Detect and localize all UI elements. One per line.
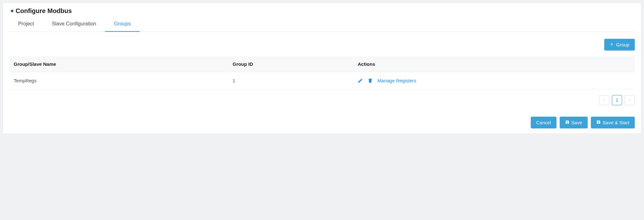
content: Group Group/Slave Name Group ID Actions …: [3, 32, 641, 128]
trash-icon[interactable]: [368, 78, 373, 83]
title-row: Configure Modbus: [9, 7, 635, 15]
save-button[interactable]: Save: [560, 117, 588, 128]
footer-actions: Cancel Save Save & Start: [9, 117, 635, 128]
asterisk-icon: [9, 8, 15, 14]
cancel-label: Cancel: [536, 119, 551, 126]
edit-icon[interactable]: [358, 78, 363, 83]
tab-slave-configuration[interactable]: Slave Configuration: [43, 18, 105, 32]
save-start-button[interactable]: Save & Start: [591, 117, 635, 128]
pagination-next[interactable]: [625, 95, 635, 105]
cell-group-name: TempRegs: [9, 72, 228, 89]
col-header-id: Group ID: [228, 56, 353, 72]
save-icon: [596, 119, 601, 126]
card-header: Configure Modbus Project Slave Configura…: [3, 3, 641, 32]
cancel-button[interactable]: Cancel: [531, 117, 556, 128]
groups-table: Group/Slave Name Group ID Actions TempRe…: [9, 56, 635, 89]
col-header-actions: Actions: [353, 56, 635, 72]
chevron-left-icon: [602, 98, 606, 103]
pagination-prev[interactable]: [599, 95, 609, 105]
cell-group-id: 1: [228, 72, 353, 89]
pagination: 1: [9, 95, 635, 105]
add-group-label: Group: [616, 41, 629, 48]
plus-icon: [610, 41, 614, 48]
save-icon: [565, 119, 570, 126]
tab-groups[interactable]: Groups: [105, 18, 139, 32]
save-label: Save: [571, 119, 582, 126]
tab-project[interactable]: Project: [9, 18, 43, 32]
chevron-right-icon: [628, 98, 632, 103]
page-title: Configure Modbus: [16, 7, 72, 15]
manage-registers-link[interactable]: Manage Registers: [377, 78, 416, 83]
add-group-button[interactable]: Group: [604, 39, 635, 51]
tabs: Project Slave Configuration Groups: [9, 18, 635, 32]
toolbar: Group: [9, 39, 635, 51]
cell-actions: Manage Registers: [353, 72, 635, 89]
col-header-name: Group/Slave Name: [9, 56, 228, 72]
save-start-label: Save & Start: [603, 119, 629, 126]
table-header-row: Group/Slave Name Group ID Actions: [9, 56, 635, 72]
pagination-page-1[interactable]: 1: [612, 95, 622, 105]
table-row: TempRegs 1 Manage Registers: [9, 72, 635, 89]
config-modbus-card: Configure Modbus Project Slave Configura…: [3, 3, 641, 134]
